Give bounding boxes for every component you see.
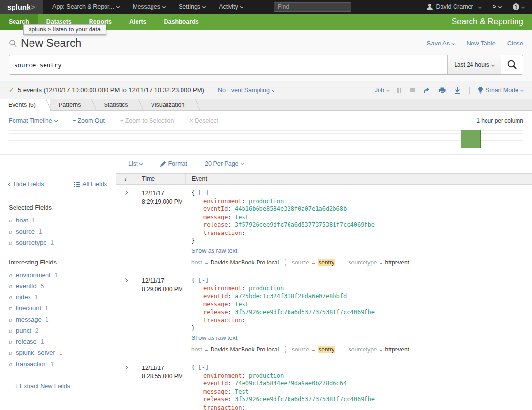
expand-event-icon[interactable] [124,366,128,369]
meta-host[interactable]: host=Davids-MacBook-Pro.local [191,259,279,266]
list-lines-icon [74,182,80,187]
results-tabs: Events (5) Patterns Statistics Visualiza… [0,99,532,111]
stop-button[interactable] [410,88,415,92]
meta-source[interactable]: source=sentry [285,259,335,266]
sidebar-field-message[interactable]: amessage1 [9,314,107,325]
search-query-input[interactable] [9,55,447,74]
per-page-menu[interactable]: 20 Per Page [205,161,243,167]
app-bar: Search Datasets Reports Alerts Dashboard… [0,14,532,30]
pause-button[interactable] [397,88,402,93]
zoom-out-button[interactable]: − Zoom Out [73,117,105,124]
hide-fields-button[interactable]: Hide Fields [9,181,44,188]
nav-alerts[interactable]: Alerts [121,14,155,30]
print-button[interactable] [439,87,446,94]
expand-event-icon[interactable] [124,191,128,195]
shortcuts-menu[interactable]: > [493,3,501,10]
expand-event-icon[interactable] [124,278,128,282]
highlighted-term: sentry [318,259,335,266]
collapse-json-link[interactable]: [-] [198,364,209,371]
stop-icon [410,88,415,92]
share-button[interactable] [423,87,430,93]
field-type-icon: a [9,239,16,247]
splunk-logo-caret: > [31,3,35,11]
menu-activity[interactable]: Activity [219,3,243,10]
column-header-info: i [116,174,136,184]
job-status-row: ✓ 5 events (12/10/17 10:00:00.000 PM to … [0,81,532,99]
new-table-button[interactable]: New Table [466,40,495,47]
tab-statistics[interactable]: Statistics [96,99,143,111]
timeline-bar[interactable] [461,130,481,148]
help-menu[interactable]: ? [513,3,524,10]
caret-down-icon [452,42,455,45]
tab-patterns[interactable]: Patterns [50,99,96,111]
tab-events[interactable]: Events (5) [0,99,50,111]
event-sampling-menu[interactable]: No Event Sampling [218,87,274,94]
meta-source[interactable]: source=sentry [285,346,335,353]
meta-host[interactable]: host=Davids-MacBook-Pro.local [191,346,279,353]
menu-settings[interactable]: Settings [179,3,205,10]
event-count-summary: 5 events (12/10/17 10:00:00.000 PM to 12… [18,87,204,94]
save-as-button[interactable]: Save As [427,40,455,47]
splunk-logo[interactable]: splunk> [0,0,43,14]
sidebar-field-punct[interactable]: apunct2 [9,325,107,336]
sidebar-field-source[interactable]: asource1 [9,226,107,237]
sidebar-field-environment[interactable]: aenvironment1 [9,269,107,280]
menu-app[interactable]: App: Search & Repor... [52,3,119,10]
event-time: 12/11/17 8:29:06.000 PM [136,272,185,359]
sidebar-field-splunk-server[interactable]: asplunk_server1 [9,347,107,358]
run-search-button[interactable] [501,55,523,74]
find-input[interactable] [274,2,351,12]
event-json: { [-] environment: production eventId: a… [191,277,526,333]
job-menu[interactable]: Job [375,87,389,94]
event-row: 12/11/17 8:28:55.000 PM { [-] environmen… [116,359,532,410]
extract-new-fields-link[interactable]: + Extract New Fields [15,383,70,390]
list-view-menu[interactable]: List [128,161,142,167]
event-time: 12/11/17 8:28:55.000 PM [136,359,185,410]
job-controls: Job Smart Mode [375,87,523,94]
event-json: { [-] environment: production eventId: 7… [191,364,526,410]
results-main: Hide Fields All Fields Selected Fields a… [0,173,532,410]
sidebar-field-sourcetype[interactable]: asourcetype1 [9,237,107,248]
time-range-picker[interactable]: Last 24 hours [447,55,501,74]
event-time: 12/11/17 8:29:19.000 PM [136,185,185,272]
nav-dashboards[interactable]: Dashboards [155,14,208,30]
close-button[interactable]: Close [507,40,523,47]
sidebar-field-release[interactable]: arelease1 [9,336,107,347]
zoom-to-selection-button[interactable]: + Zoom to Selection [120,117,174,124]
meta-sourcetype[interactable]: sourcetype=httpevent [342,259,409,266]
deselect-button[interactable]: × Deselect [190,117,218,124]
pause-icon [400,88,401,93]
sidebar-field-eventid[interactable]: aeventId5 [9,280,107,292]
caret-down-icon [498,5,502,8]
user-menu[interactable]: David Cramer [426,3,481,10]
sidebar-field-index[interactable]: aindex1 [9,292,107,303]
sidebar-field-host[interactable]: ahost1 [9,215,107,226]
search-mode-menu[interactable]: Smart Mode [478,87,523,94]
format-timeline-menu[interactable]: Format Timeline [9,117,57,124]
collapse-json-link[interactable]: [-] [198,277,209,284]
top-bar: splunk> App: Search & Repor... Messages … [0,0,532,14]
collapse-json-link[interactable]: [-] [198,190,209,196]
interesting-fields-title: Interesting Fields [9,259,107,266]
show-raw-text-link[interactable]: Show as raw text [191,335,237,341]
tab-visualization[interactable]: Visualization [143,99,199,111]
export-button[interactable] [454,87,461,94]
help-icon: ? [513,3,519,10]
search-bar-row: Last 24 hours [0,53,532,81]
chevron-left-icon [8,183,12,186]
timeline-section: Format Timeline − Zoom Out + Zoom to Sel… [0,111,532,155]
sidebar-field-transaction[interactable]: atransaction1 [9,358,107,369]
field-type-icon: a [9,349,16,357]
all-fields-button[interactable]: All Fields [74,181,107,188]
sidebar-field-linecount[interactable]: #linecount1 [9,303,107,314]
meta-sourcetype[interactable]: sourcetype=httpevent [342,346,409,353]
fields-sidebar: Hide Fields All Fields Selected Fields a… [0,173,116,410]
pause-icon [397,88,399,93]
caret-down-icon [272,88,275,91]
format-menu[interactable]: Format [160,161,187,167]
search-icon [9,39,17,48]
menu-messages[interactable]: Messages [133,3,165,10]
show-raw-text-link[interactable]: Show as raw text [191,248,237,254]
caret-down-icon [116,5,120,8]
field-type-icon: a [9,271,16,279]
